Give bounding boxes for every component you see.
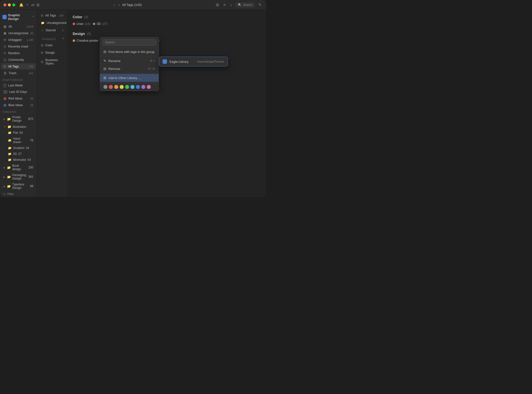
flat-label: Flat <box>13 131 18 134</box>
color-orange[interactable] <box>114 85 118 89</box>
context-menu: ⊟ Find items with tags in the group ✎ Re… <box>100 37 159 91</box>
all-tags-count: 143 <box>29 65 33 68</box>
sidebar-sub-3d[interactable]: 📁 3D 27 <box>1 151 36 157</box>
sidebar-sub-minimalist[interactable]: 📁 Minimalist 54 <box>1 157 36 163</box>
context-menu-search-container <box>100 37 159 48</box>
sidebar-item-untagged[interactable]: ⊘ Untagged 1,190 <box>1 37 36 43</box>
minimalist-label: Minimalist <box>13 158 26 162</box>
sidebar-item-red-ideas[interactable]: ▦ Red Ideas 33 <box>1 95 36 101</box>
middle-group-design[interactable]: ⊟ Design <box>38 49 66 56</box>
sidebar-item-blue-ideas[interactable]: ▦ Blue Ideas 28 <box>1 102 36 108</box>
expand-icon-packaging: ▶ <box>3 176 5 178</box>
last-week-label: Last Week <box>8 84 23 87</box>
sidebar-item-all-tags[interactable]: ⊟ All Tags 143 <box>1 63 36 69</box>
last-30-days-icon: 30 <box>3 90 7 94</box>
search-bar[interactable]: 🔍 Search <box>235 2 255 8</box>
color-blue[interactable] <box>136 85 140 89</box>
list-view-icon[interactable]: ≡ <box>222 2 227 8</box>
poster-design-count: 872 <box>28 117 33 121</box>
tag-3d[interactable]: 3D (27) <box>93 22 108 26</box>
sidebar-item-trash[interactable]: 🗑 Trash 141 <box>1 70 36 76</box>
rename-shortcut: ⌘ R <box>150 59 155 63</box>
context-menu-rename[interactable]: ✎ Rename ⌘ R <box>100 57 159 65</box>
sidebar-item-uncategorized[interactable]: ▣ Uncategorized 30 <box>1 30 36 36</box>
remove-icon: ⊟ <box>103 67 106 71</box>
sidebar-item-random[interactable]: ✕ Random <box>1 50 36 56</box>
sidebar-sub-flat[interactable]: 📁 Flat 93 <box>1 130 36 135</box>
add-group-button[interactable]: + <box>61 36 66 41</box>
layout-icon[interactable]: ⊞ <box>36 3 40 7</box>
middle-group-color[interactable]: ⊟ Color <box>38 42 66 49</box>
color-cyan[interactable] <box>131 85 134 89</box>
page-title: All Tags (143) <box>122 3 142 7</box>
sidebar-item-recently-used[interactable]: ◷ Recently Used <box>1 43 36 49</box>
close-button[interactable] <box>3 3 6 6</box>
forward-button[interactable]: › <box>117 2 121 8</box>
random-icon: ✕ <box>3 51 6 55</box>
filter-button[interactable]: ⌥ Filter <box>0 191 37 197</box>
add-icon[interactable]: ＋ <box>25 2 29 7</box>
sidebar-folder-packaging-design[interactable]: ▶ 📁 Packaging Design 391 <box>1 172 36 181</box>
color-gray[interactable] <box>103 85 107 89</box>
expand-icon-illustration: ▼ <box>3 125 6 128</box>
color-purple[interactable] <box>141 85 145 89</box>
creative-poster-name: Creative poster <box>77 39 98 42</box>
back-button[interactable]: ‹ <box>113 2 116 8</box>
sidebar-folder-illustration[interactable]: ▼ 📁 Illustration <box>1 124 36 130</box>
notification-icon[interactable]: 🔔 <box>19 3 23 7</box>
flat-icon: 📁 <box>8 131 12 134</box>
blue-ideas-label: Blue Ideas <box>8 103 23 107</box>
sidebar-folder-book-design[interactable]: ▶ 📁 Book design 150 <box>1 163 36 172</box>
smart-folders-label: Smart Folders(4) <box>0 76 37 82</box>
uran-dot <box>73 23 75 25</box>
context-menu-remove[interactable]: ⊟ Remove ⌘ ⌫ <box>100 65 159 73</box>
color-pink[interactable] <box>147 85 151 89</box>
starred-m-label: Starred <box>46 29 56 32</box>
middle-all-tags[interactable]: ⊟ All Tags 143 <box>38 12 66 19</box>
creative-poster-dot <box>73 39 75 42</box>
recently-used-label: Recently Used <box>8 45 28 48</box>
sidebar-sub-gradient[interactable]: 📁 Gradient 34 <box>1 145 36 151</box>
sidebar-sub-hand-drawn[interactable]: 📁 Hand drawn 78 <box>1 136 36 145</box>
illustration-label: Illustration <box>13 125 26 129</box>
color-yellow[interactable] <box>120 85 124 89</box>
middle-group-business[interactable]: ⊟ Business Styles <box>38 57 66 67</box>
sidebar-folder-typeface-design[interactable]: ▶ 📁 Typeface Design 99 <box>1 182 36 191</box>
minimize-button[interactable] <box>8 3 11 6</box>
context-menu-add-to-library[interactable]: ⊞ Add to Other Library ... › <box>100 74 159 82</box>
community-icon: ◫ <box>3 58 6 62</box>
sort-icon[interactable]: ↕ <box>229 2 233 8</box>
community-label: Community <box>8 58 24 62</box>
submenu-eagle-library[interactable]: Eagle-Library /Users/design/Pictures <box>159 57 228 66</box>
content-body: Color (2) Uran (14) 3D (27) <box>68 10 266 187</box>
tag-creative-poster[interactable]: Creative poster (5) <box>73 39 103 42</box>
tag-uran[interactable]: Uran (14) <box>73 22 90 26</box>
context-menu-search-input[interactable] <box>102 39 156 46</box>
untagged-icon: ⊘ <box>3 38 6 42</box>
remove-shortcut: ⌘ ⌫ <box>148 67 155 70</box>
untagged-label: Untagged <box>8 38 21 42</box>
blue-ideas-count: 28 <box>30 104 33 107</box>
color-red[interactable] <box>109 85 113 89</box>
sidebar-item-last-week[interactable]: 7 Last Week <box>1 82 36 88</box>
sync-icon[interactable]: ⇄ <box>31 2 34 7</box>
3d-label: 3D <box>13 152 17 156</box>
sidebar-item-last-30-days[interactable]: 30 Last 30 Days <box>1 89 36 95</box>
more-icon[interactable]: ✎ <box>257 1 263 8</box>
uncategorized-m-label: Uncategorized <box>47 21 66 25</box>
add-library-label: Add to Other Library ... <box>108 76 141 80</box>
grid-view-icon[interactable]: ⊞ <box>215 1 220 8</box>
middle-uncategorized[interactable]: 📁 Uncategorized 22 <box>38 19 66 26</box>
context-menu-find-items[interactable]: ⊟ Find items with tags in the group <box>100 48 159 56</box>
search-label: Search <box>243 3 252 7</box>
maximize-button[interactable] <box>12 3 15 6</box>
packaging-count: 391 <box>28 175 33 179</box>
sidebar-item-community[interactable]: ◫ Community <box>1 57 36 63</box>
middle-starred[interactable]: ☆ Starred 2 <box>38 27 66 34</box>
color-section-title: Color <box>73 15 82 19</box>
sidebar-folder-poster-design[interactable]: ▶ 📁 Poster Design 872 <box>1 115 36 123</box>
sidebar-item-all[interactable]: ▦ All 2,618 <box>1 23 36 30</box>
color-green[interactable] <box>125 85 129 89</box>
all-tags-m-count: 143 <box>59 14 64 17</box>
library-name[interactable]: Graphic Design ⌃ <box>0 12 37 22</box>
